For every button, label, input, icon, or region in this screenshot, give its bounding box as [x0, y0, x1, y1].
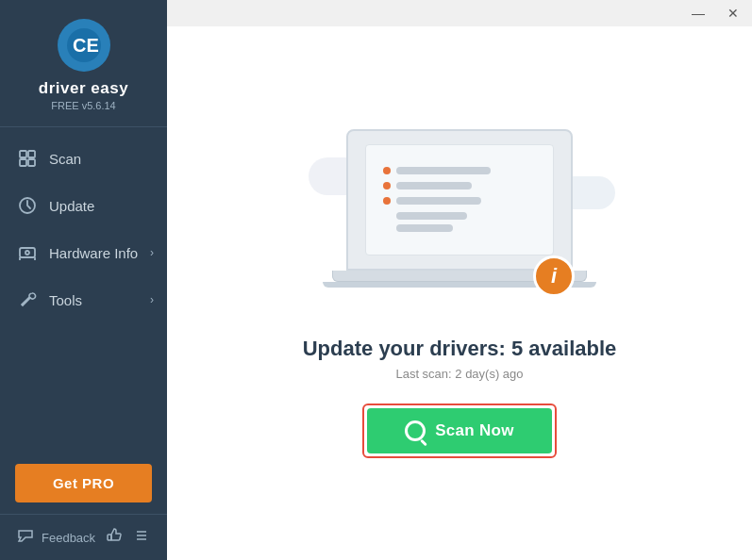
- thumbs-up-icon: [105, 526, 124, 549]
- sidebar-footer: Feedback: [0, 514, 167, 560]
- app-version: FREE v5.6.14: [51, 100, 115, 111]
- screen-line: [396, 212, 467, 220]
- tools-icon: [17, 289, 38, 310]
- scan-now-label: Scan Now: [435, 421, 514, 440]
- main-headline: Update your drivers: 5 available: [303, 337, 617, 361]
- sidebar: CE driver easy FREE v5.6.14 Scan: [0, 0, 167, 560]
- svg-rect-2: [20, 151, 26, 157]
- app-title: driver easy: [39, 79, 128, 98]
- tools-label: Tools: [49, 292, 82, 308]
- screen-line: [396, 167, 491, 174]
- sidebar-nav: Scan Update Hardware Info: [0, 127, 167, 453]
- svg-rect-3: [28, 151, 35, 157]
- scan-button-highlight: Scan Now: [362, 404, 557, 458]
- screen-row-2: [383, 182, 472, 189]
- app-logo-icon: CE: [58, 19, 110, 72]
- scan-label: Scan: [49, 151, 81, 167]
- close-button[interactable]: ✕: [722, 4, 744, 23]
- sidebar-item-tools[interactable]: Tools ›: [0, 276, 167, 323]
- scan-now-button[interactable]: Scan Now: [367, 408, 552, 453]
- main-content: i Update your drivers: 5 available Last …: [167, 0, 752, 560]
- hardware-info-arrow: ›: [150, 246, 154, 259]
- laptop-screen: [365, 144, 554, 255]
- svg-text:CE: CE: [73, 35, 99, 56]
- search-icon: [405, 420, 426, 441]
- sidebar-logo: CE driver easy FREE v5.6.14: [0, 0, 167, 127]
- feedback-label: Feedback: [42, 531, 95, 545]
- screen-dot: [383, 182, 391, 189]
- screen-extra-lines: [396, 212, 467, 232]
- info-badge: i: [533, 255, 575, 297]
- svg-rect-7: [20, 248, 35, 257]
- sidebar-item-update[interactable]: Update: [0, 182, 167, 229]
- screen-row-3: [383, 197, 481, 205]
- sidebar-item-scan[interactable]: Scan: [0, 135, 167, 182]
- list-icon: [133, 527, 150, 548]
- feedback-button[interactable]: Feedback: [17, 528, 95, 548]
- scan-icon: [17, 148, 38, 169]
- sidebar-item-hardware-info[interactable]: Hardware Info ›: [0, 229, 167, 276]
- screen-dot: [383, 197, 391, 205]
- update-icon: [17, 195, 38, 216]
- screen-line: [396, 224, 453, 232]
- feedback-icon: [17, 528, 34, 548]
- screen-line: [396, 182, 472, 189]
- hardware-info-label: Hardware Info: [49, 245, 138, 261]
- minimize-button[interactable]: —: [686, 4, 710, 23]
- tools-arrow: ›: [150, 293, 154, 306]
- update-label: Update: [49, 198, 94, 214]
- laptop-body: [346, 129, 573, 271]
- screen-dot: [383, 167, 391, 174]
- svg-rect-4: [20, 159, 26, 166]
- get-pro-button[interactable]: Get PRO: [15, 464, 152, 502]
- main-subtext: Last scan: 2 day(s) ago: [395, 367, 523, 381]
- svg-point-8: [25, 251, 29, 255]
- title-bar: — ✕: [167, 0, 752, 26]
- screen-line: [396, 197, 481, 205]
- screen-row-1: [383, 167, 491, 174]
- hardware-icon: [17, 242, 38, 263]
- laptop-illustration: i: [318, 129, 601, 318]
- svg-rect-11: [108, 535, 111, 540]
- svg-rect-5: [28, 159, 35, 166]
